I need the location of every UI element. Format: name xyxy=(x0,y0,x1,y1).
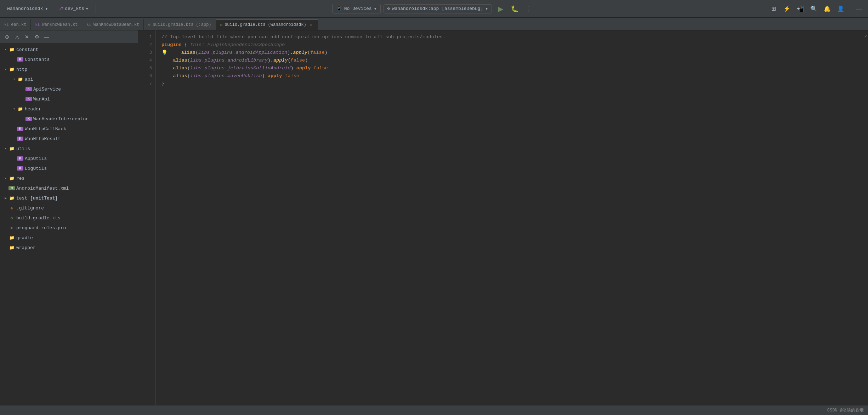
sidebar-close-btn[interactable]: ✕ xyxy=(23,33,31,41)
code-normal-space6 xyxy=(282,72,285,80)
code-param-kotlin-android: libs.plugins.jetbrainsKotlinAndroid xyxy=(190,64,291,72)
label-apiservice: ApiService xyxy=(33,87,61,92)
xml-icon-androidmanifest: M xyxy=(8,186,15,190)
line-num-3: 3 xyxy=(138,49,155,57)
no-devices-label: No Devices xyxy=(344,6,372,11)
close-icon: ✕ xyxy=(25,34,29,40)
minimize-button[interactable]: — xyxy=(854,4,864,14)
code-func-alias3: alias xyxy=(161,64,187,72)
folder-icon-constant: 📁 xyxy=(8,47,15,52)
tab-label-5: build.gradle.kts (wanandroidsdk) xyxy=(225,22,306,27)
code-normal-space4 xyxy=(311,64,313,72)
tree-item-api[interactable]: ▾ 📁 api xyxy=(0,74,138,84)
tree-item-test[interactable]: ▶ 📁 test [unitTest] xyxy=(0,193,138,203)
tree-item-constant[interactable]: ▾ 📁 constant xyxy=(0,45,138,54)
branch-dropdown-icon: ▾ xyxy=(86,6,89,12)
tree-item-wanhttpresult[interactable]: K WanHttpResult xyxy=(0,134,138,144)
code-comment-1: // Top-level build file where you can ad… xyxy=(161,33,446,41)
assemble-icon: ⚙ xyxy=(387,6,390,11)
sidebar-add-btn[interactable]: ⊕ xyxy=(3,33,11,41)
tree-item-wanhttpcallback[interactable]: K WanHttpCallBack xyxy=(0,124,138,134)
sidebar-toolbar: ⊕ △ ✕ ⚙ — xyxy=(0,30,138,43)
no-devices-button[interactable]: 📱 No Devices ▾ xyxy=(332,4,381,13)
device-manager-button[interactable]: 📲 xyxy=(795,3,806,15)
tree-item-logutils[interactable]: K LogUtils xyxy=(0,163,138,173)
label-http: http xyxy=(16,67,27,72)
code-line-7: } xyxy=(161,80,857,88)
label-res: res xyxy=(16,176,24,181)
tab-close-5[interactable]: ✕ xyxy=(308,22,313,27)
status-bar: CSDN @淡淡的香烟 xyxy=(0,405,868,415)
tab-label-3: WanKnowDataBean.kt xyxy=(93,22,140,27)
arrow-test: ▶ xyxy=(3,196,8,200)
tree-item-wanapi[interactable]: K WanApi xyxy=(0,94,138,104)
tree-item-res[interactable]: ▾ 📁 res xyxy=(0,173,138,183)
kotlin-icon-wanheader: K xyxy=(25,117,32,121)
tree-item-buildgradle[interactable]: ⚙ build.gradle.kts xyxy=(0,213,138,223)
line-num-4: 4 xyxy=(138,57,155,64)
search-button[interactable]: 🔍 xyxy=(808,3,819,15)
tree-item-gitignore[interactable]: ⊘ .gitignore xyxy=(0,203,138,213)
code-area[interactable]: // Top-level build file where you can ad… xyxy=(156,30,863,405)
sidebar-more-btn[interactable]: ⚙ xyxy=(33,33,41,41)
tab-build-gradle-root[interactable]: ⚙ build.gradle.kts (wanandroidsdk) ✕ xyxy=(216,19,318,30)
folder-icon-header: 📁 xyxy=(17,106,23,112)
arrow-constant: ▾ xyxy=(3,47,8,52)
folder-icon-gradle: 📁 xyxy=(8,235,15,241)
kotlin-icon-logutils: K xyxy=(17,166,23,171)
tree-item-header[interactable]: ▾ 📁 header xyxy=(0,104,138,114)
run-button[interactable]: ▶ xyxy=(495,3,506,15)
profile-button[interactable]: 👤 xyxy=(835,3,846,15)
code-normal-paren9: ( xyxy=(187,64,190,72)
tree-item-apputils[interactable]: K AppUtils xyxy=(0,154,138,163)
tree-item-utils[interactable]: ▾ 📁 utils xyxy=(0,144,138,154)
code-line-5: alias(libs.plugins.jetbrainsKotlinAndroi… xyxy=(161,64,857,72)
tree-item-wrapper[interactable]: 📁 wrapper xyxy=(0,243,138,253)
tab-build-gradle-app[interactable]: ⚙ build.gradle.kts (:app) xyxy=(144,19,216,30)
tab-wanknowbean[interactable]: kt WanKnowBean.kt xyxy=(31,19,82,30)
tab-ean-kt[interactable]: kt ean.kt xyxy=(0,19,31,30)
code-param-maven: libs.plugins.mavenPublish xyxy=(190,72,262,80)
tree-item-constants[interactable]: K Constants xyxy=(0,54,138,64)
layout-inspector-button[interactable]: ⊞ xyxy=(768,3,779,15)
notifications-button[interactable]: 🔔 xyxy=(822,3,833,15)
code-bool-false1: false xyxy=(310,49,325,57)
tab-wanknowdatabean[interactable]: kt WanKnowDataBean.kt xyxy=(82,19,144,30)
assemble-button[interactable]: ⚙ wanandroidsdk:app [assembleDebug] ▾ xyxy=(384,4,492,13)
sidebar-up-btn[interactable]: △ xyxy=(13,33,21,41)
label-api: api xyxy=(25,77,33,82)
folder-icon-wrapper: 📁 xyxy=(8,245,15,250)
kotlin-icon-apputils: K xyxy=(17,156,23,161)
tab-label-1: ean.kt xyxy=(11,22,26,27)
collapse-icon: — xyxy=(44,34,49,40)
folder-icon-api: 📁 xyxy=(17,77,23,82)
tree-item-androidmanifest[interactable]: M AndroidManifest.xml xyxy=(0,183,138,193)
up-icon: △ xyxy=(15,34,19,40)
code-normal-paren5: ( xyxy=(187,57,190,64)
line-num-2: 2 xyxy=(138,41,155,49)
tree-item-proguard[interactable]: ≡ proguard-rules.pro xyxy=(0,223,138,233)
tree-item-wanheaderinterceptor[interactable]: K WanHeaderInterceptor xyxy=(0,114,138,124)
tree-item-apiservice[interactable]: K ApiService xyxy=(0,84,138,94)
sidebar-collapse-btn[interactable]: — xyxy=(42,33,51,41)
more-button[interactable]: ⋮ xyxy=(523,4,533,14)
tree-item-http[interactable]: ▾ 📁 http xyxy=(0,64,138,74)
kotlin-icon-apiservice: K xyxy=(25,87,32,91)
branch-selector[interactable]: ⎇ dev_kts ▾ xyxy=(55,4,91,13)
label-constants: Constants xyxy=(25,57,50,62)
bulb-icon-line3: 💡 xyxy=(161,49,168,57)
code-bool-false2: false xyxy=(291,57,305,64)
code-normal-paren1: ( xyxy=(195,49,198,57)
gradle-icon-buildgradle: ⚙ xyxy=(8,216,15,220)
code-normal-paren10: ) xyxy=(291,64,294,72)
code-normal-paren8: ) xyxy=(305,57,308,64)
kotlin-icon-wanhttpcallback: K xyxy=(17,127,23,131)
folder-icon-utils: 📁 xyxy=(8,146,15,151)
editor: 1 2 3 4 5 6 7 // Top-level build file wh… xyxy=(138,30,868,405)
project-selector[interactable]: wanandroidsdk ▾ xyxy=(4,5,51,13)
git-icon-gitignore: ⊘ xyxy=(8,206,15,211)
profiler-button[interactable]: ⚡ xyxy=(781,3,793,15)
debug-button[interactable]: 🐛 xyxy=(509,3,520,15)
code-keyword-apply4: apply xyxy=(268,72,282,80)
tree-item-gradle[interactable]: 📁 gradle xyxy=(0,233,138,243)
